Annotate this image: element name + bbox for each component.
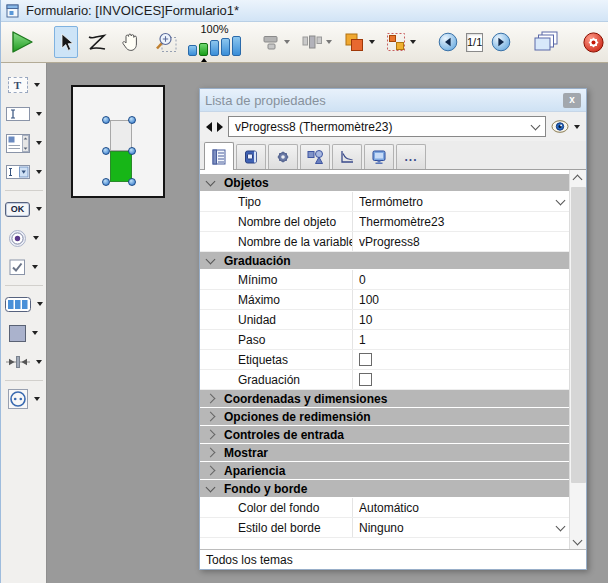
dropdown-arrow-icon[interactable] bbox=[32, 265, 38, 269]
dropdown-arrow-icon[interactable] bbox=[32, 331, 38, 335]
scroll-down-icon[interactable] bbox=[573, 536, 583, 546]
selection-handle[interactable] bbox=[128, 116, 136, 124]
chevron-down-icon[interactable] bbox=[556, 521, 566, 531]
zoom-bars-icon[interactable] bbox=[188, 36, 241, 56]
zoom-tool-button[interactable] bbox=[150, 26, 181, 58]
section-header-fondo[interactable]: Fondo y borde bbox=[200, 480, 569, 498]
edit-field-icon bbox=[6, 107, 30, 121]
details-tab[interactable] bbox=[204, 142, 234, 170]
selected-object-label: vProgress8 (Thermomètre23) bbox=[235, 120, 392, 134]
chevron-down-icon[interactable] bbox=[556, 195, 566, 205]
zoom-level-widget[interactable]: 100% bbox=[188, 22, 241, 62]
property-value-input[interactable]: 0 bbox=[353, 270, 569, 289]
dropdown-arrow-icon[interactable] bbox=[36, 141, 42, 145]
content-tab[interactable] bbox=[300, 144, 330, 169]
dropdown-arrow-icon[interactable] bbox=[36, 360, 42, 364]
visibility-menu-button[interactable] bbox=[551, 120, 580, 133]
pan-tool-button[interactable] bbox=[116, 26, 145, 58]
properties-panel-titlebar[interactable]: Lista de propiedades x bbox=[200, 89, 586, 112]
checkbox[interactable] bbox=[359, 373, 372, 386]
vertical-scrollbar[interactable] bbox=[569, 170, 586, 549]
property-value-input[interactable]: 100 bbox=[353, 290, 569, 309]
property-row: Graduación bbox=[200, 370, 569, 390]
edit-field-tool[interactable] bbox=[2, 101, 46, 127]
section-header-redimension[interactable]: Opciones de redimensión bbox=[200, 408, 569, 426]
property-value-input[interactable]: vProgress8 bbox=[353, 232, 569, 251]
anchor-style-button[interactable] bbox=[383, 26, 419, 58]
dropdown-arrow-icon[interactable] bbox=[37, 302, 43, 306]
dropdown-arrow-icon[interactable] bbox=[34, 83, 40, 87]
object-selector-combobox[interactable]: vProgress8 (Thermomètre23) bbox=[228, 116, 546, 137]
spin-control-icon bbox=[8, 389, 28, 409]
splitter-tool[interactable] bbox=[2, 349, 46, 375]
dropdown-arrow-icon[interactable] bbox=[36, 112, 42, 116]
radio-button-tool[interactable] bbox=[2, 225, 46, 251]
progress-bar-tool[interactable] bbox=[2, 291, 46, 317]
section-header-coordenadas[interactable]: Coordenadas y dimensiones bbox=[200, 390, 569, 408]
selection-handle[interactable] bbox=[102, 116, 110, 124]
dropdown-arrow-icon bbox=[574, 125, 580, 129]
shape-tool[interactable] bbox=[2, 320, 46, 346]
property-value-input[interactable]: Automático bbox=[353, 498, 569, 517]
list-box-tool[interactable] bbox=[2, 130, 46, 156]
more-tab[interactable]: ... bbox=[396, 144, 426, 169]
property-value-dropdown[interactable]: Ninguno bbox=[353, 518, 569, 537]
display-tab[interactable] bbox=[364, 144, 394, 169]
dropdown-arrow-icon[interactable] bbox=[36, 207, 42, 211]
form-page[interactable] bbox=[71, 85, 165, 198]
property-value-input[interactable]: Thermomètre23 bbox=[353, 212, 569, 231]
scroll-up-icon[interactable] bbox=[573, 175, 583, 185]
section-header-graduacion[interactable]: Graduación bbox=[200, 252, 569, 270]
notes-tab[interactable] bbox=[236, 144, 266, 169]
page-indicator-input[interactable]: 1/1 bbox=[466, 33, 483, 52]
property-row: Nombre del objeto Thermomètre23 bbox=[200, 212, 569, 232]
property-value-input[interactable]: 1 bbox=[353, 330, 569, 349]
checkbox-icon bbox=[9, 259, 26, 276]
overlap-style-button[interactable] bbox=[340, 26, 378, 58]
options-gear-button[interactable] bbox=[579, 26, 608, 58]
pages-button[interactable] bbox=[530, 26, 563, 58]
checkbox[interactable] bbox=[359, 353, 372, 366]
scrollbar-thumb[interactable] bbox=[571, 187, 586, 483]
chevron-down-icon bbox=[531, 120, 541, 130]
selection-handle[interactable] bbox=[128, 178, 136, 186]
section-header-mostrar[interactable]: Mostrar bbox=[200, 444, 569, 462]
align-menu-button[interactable] bbox=[259, 26, 293, 58]
combo-box-icon bbox=[6, 165, 30, 179]
selection-handle[interactable] bbox=[128, 147, 136, 155]
checkbox-tool[interactable] bbox=[2, 254, 46, 280]
close-button[interactable]: x bbox=[563, 93, 581, 108]
chevron-right-icon bbox=[206, 412, 216, 422]
chart-tab[interactable] bbox=[332, 144, 362, 169]
select-tool-button[interactable] bbox=[54, 26, 78, 58]
prev-page-button[interactable] bbox=[435, 26, 461, 58]
tab-order-tool-button[interactable] bbox=[83, 26, 111, 58]
dropdown-arrow-icon[interactable] bbox=[36, 170, 42, 174]
property-value-input[interactable]: 10 bbox=[353, 310, 569, 329]
dropdown-arrow-icon[interactable] bbox=[33, 236, 39, 240]
next-object-icon[interactable] bbox=[217, 122, 223, 132]
section-header-apariencia[interactable]: Apariencia bbox=[200, 462, 569, 480]
prev-object-icon[interactable] bbox=[206, 122, 212, 132]
distribute-menu-button[interactable] bbox=[298, 26, 335, 58]
next-page-button[interactable] bbox=[488, 26, 514, 58]
property-label: Unidad bbox=[200, 310, 353, 329]
section-header-controles[interactable]: Controles de entrada bbox=[200, 426, 569, 444]
radio-button-icon bbox=[8, 229, 27, 248]
curve-icon bbox=[339, 149, 355, 165]
combo-box-tool[interactable] bbox=[2, 159, 46, 185]
dropdown-arrow-icon[interactable] bbox=[34, 397, 40, 401]
chevron-right-icon bbox=[206, 466, 216, 476]
monitor-icon bbox=[371, 149, 387, 165]
section-header-objetos[interactable]: Objetos bbox=[200, 174, 569, 192]
spin-control-tool[interactable] bbox=[2, 386, 46, 412]
button-tool[interactable]: OK bbox=[2, 196, 46, 222]
selection-handle[interactable] bbox=[102, 147, 110, 155]
window-title: Formulario: [INVOICES]Formulario1* bbox=[26, 3, 239, 18]
selection-handle[interactable] bbox=[102, 178, 110, 186]
property-value-dropdown[interactable]: Termómetro bbox=[353, 192, 569, 211]
settings-tab[interactable] bbox=[268, 144, 298, 169]
dropdown-arrow-icon bbox=[326, 40, 332, 44]
run-button[interactable] bbox=[6, 26, 38, 58]
static-text-tool[interactable]: T bbox=[2, 72, 46, 98]
